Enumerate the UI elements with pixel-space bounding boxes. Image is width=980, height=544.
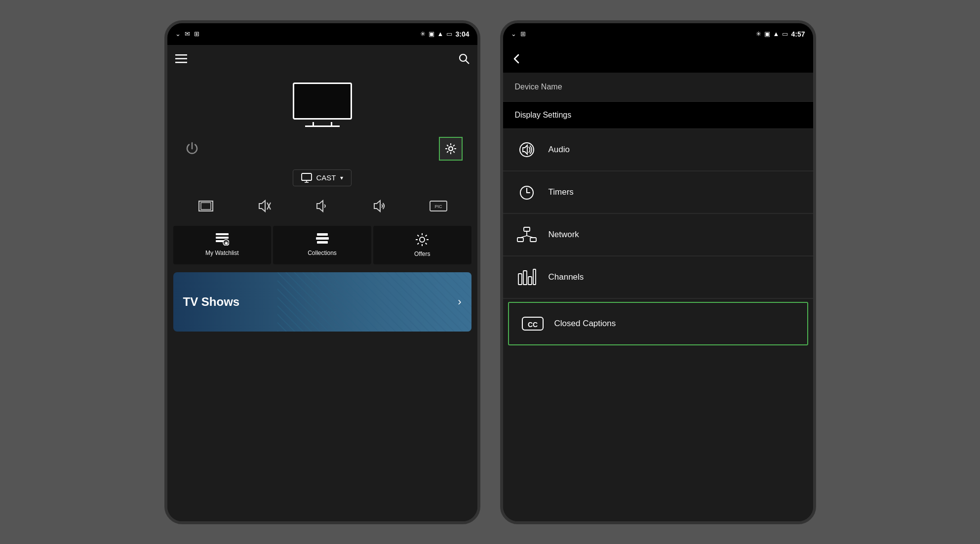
menu-item-network[interactable]: Network [503,214,813,256]
right-phone: ⌄ ⊞ ✳ ▣ ▲ ▭ 4:57 Device Name Display [500,20,816,524]
menu-item-closed-captions[interactable]: CC Closed Captions [508,302,808,345]
watchlist-label: My Watchlist [205,250,239,256]
status-icons-left: ⌄ ✉ ⊞ [175,30,199,38]
svg-line-44 [418,243,419,244]
svg-line-55 [527,236,533,238]
svg-rect-29 [216,237,229,239]
image-icon-2: ⊞ [520,30,526,38]
offers-label: Offers [414,251,430,257]
vibrate-icon-2: ▣ [764,30,770,38]
cc-icon: CC [521,312,545,335]
svg-rect-2 [175,62,187,63]
channels-icon [515,265,539,289]
svg-rect-59 [533,269,536,285]
device-name-row: Device Name [503,73,813,101]
offers-button[interactable]: Offers [373,226,471,264]
timers-label: Timers [549,187,574,197]
tv-shows-banner[interactable]: TV Shows › [173,272,471,332]
tv-shows-title: TV Shows [183,295,240,309]
svg-rect-58 [528,277,532,285]
search-button[interactable] [459,53,470,64]
svg-line-41 [418,235,419,236]
settings-content: Device Name Display Settings [503,45,813,521]
collections-icon [315,233,329,246]
app-toolbar [167,45,477,73]
network-label: Network [549,230,579,240]
offers-icon [415,233,429,247]
cast-label: CAST [316,173,336,182]
menu-item-channels[interactable]: Channels [503,256,813,298]
volume-down-button[interactable] [312,196,332,216]
svg-rect-34 [316,237,329,240]
mute-button[interactable] [254,196,274,216]
status-time: 3:04 [455,30,469,38]
email-icon: ✉ [185,30,190,38]
closed-captions-label: Closed Captions [554,319,616,329]
svg-line-12 [453,151,455,153]
back-button[interactable] [511,53,523,65]
menu-item-timers[interactable]: Timers [503,171,813,213]
divider-6 [503,298,813,299]
left-phone: ⌄ ✉ ⊞ ✳ ▣ ▲ ▭ 3:04 [164,20,480,524]
status-icons-right-right: ✳ ▣ ▲ ▭ 4:57 [756,30,805,38]
svg-point-3 [460,54,467,61]
cast-icon [301,173,312,183]
collections-label: Collections [308,250,337,256]
aspect-ratio-button[interactable] [196,196,216,216]
power-button[interactable] [182,139,202,159]
svg-text:◉: ◉ [224,240,228,246]
svg-text:PIC: PIC [434,204,442,209]
battery-icon: ▭ [446,30,452,38]
svg-marker-46 [523,145,527,154]
svg-rect-1 [175,58,187,59]
svg-marker-25 [374,201,380,211]
device-name-label: Device Name [515,83,562,91]
svg-rect-50 [524,227,530,231]
watchlist-icon: ◉ [215,233,229,246]
svg-rect-15 [302,173,312,180]
wifi-icon-2: ▲ [773,30,780,38]
back-toolbar [503,45,813,73]
cast-button[interactable]: CAST ▾ [293,169,351,186]
status-icons-right: ✳ ▣ ▲ ▭ 3:04 [420,30,470,38]
menu-button[interactable] [175,54,187,63]
wifi-icon: ▲ [437,30,444,38]
status-bar-right: ⌄ ⊞ ✳ ▣ ▲ ▭ 4:57 [503,23,813,45]
volume-up-button[interactable] [370,196,390,216]
watchlist-button[interactable]: ◉ My Watchlist [173,226,272,264]
svg-line-43 [426,235,427,236]
tv-icon [290,83,354,127]
svg-rect-57 [523,271,527,285]
tv-display [167,73,477,132]
tv-screen [293,83,352,120]
remote-controls-row: PIC [167,190,477,222]
svg-rect-56 [518,274,522,285]
display-settings-row[interactable]: Display Settings [503,102,813,128]
svg-rect-35 [317,241,328,244]
tv-base [305,126,340,127]
settings-button[interactable] [439,137,463,161]
svg-rect-51 [517,238,523,242]
menu-item-audio[interactable]: Audio [503,129,813,171]
svg-rect-33 [317,233,328,236]
status-bar-left: ⌄ ✉ ⊞ ✳ ▣ ▲ ▭ 3:04 [167,23,477,45]
svg-line-54 [520,236,527,238]
display-settings-label: Display Settings [515,111,572,119]
quick-links: ◉ My Watchlist Collections [167,222,477,268]
svg-line-42 [426,243,427,244]
cast-row: CAST ▾ [167,166,477,190]
tv-shows-background [277,272,471,332]
svg-line-4 [466,60,469,64]
svg-rect-20 [201,203,211,209]
audio-icon [515,138,539,162]
svg-rect-52 [530,238,536,242]
battery-icon-2: ▭ [782,30,788,38]
pic-button[interactable]: PIC [429,196,448,216]
svg-rect-0 [175,54,187,56]
collections-button[interactable]: Collections [273,226,371,264]
dropdown-icon-2: ⌄ [511,30,516,38]
network-icon [515,223,539,247]
vibrate-icon: ▣ [429,30,434,38]
svg-line-11 [447,145,448,146]
svg-point-36 [420,237,425,242]
